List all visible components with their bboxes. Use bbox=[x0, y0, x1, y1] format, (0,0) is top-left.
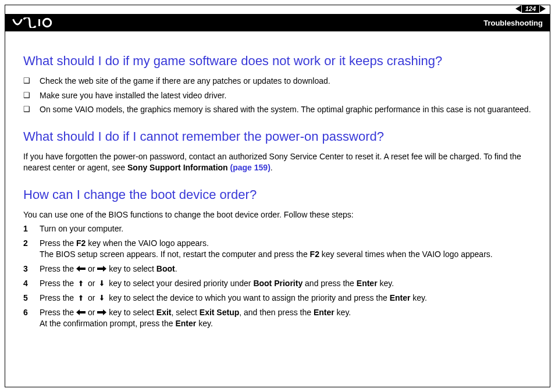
section-label: Troubleshooting bbox=[483, 19, 543, 27]
arrow-down-icon bbox=[97, 280, 106, 286]
text: key when the VAIO logo appears. bbox=[86, 238, 208, 248]
heading-power-on-password: What should I do if I cannot remember th… bbox=[23, 128, 532, 145]
text: . bbox=[271, 163, 273, 172]
text-bold: F2 bbox=[76, 238, 86, 248]
text-bold: Enter bbox=[357, 279, 378, 288]
text: Press the bbox=[40, 308, 76, 317]
text: , select bbox=[172, 308, 200, 317]
text: Press the bbox=[40, 279, 76, 288]
arrow-right-icon bbox=[97, 309, 106, 315]
text: At the confirmation prompt, press the bbox=[40, 319, 175, 328]
text: Press the bbox=[40, 264, 76, 273]
text-bold: Enter bbox=[390, 293, 411, 302]
arrow-left-icon bbox=[76, 266, 86, 272]
text-bold: Boot Priority bbox=[253, 279, 303, 288]
text: or bbox=[86, 279, 97, 288]
list-item: Press the F2 key when the VAIO logo appe… bbox=[23, 238, 532, 260]
paragraph-password: If you have forgotten the power-on passw… bbox=[23, 151, 532, 173]
bullet-list-game: Check the web site of the game if there … bbox=[23, 76, 532, 116]
text-bold: F2 bbox=[310, 250, 319, 259]
text-bold: Sony Support Information bbox=[127, 163, 228, 172]
list-item: On some VAIO models, the graphics memory… bbox=[23, 104, 532, 115]
list-item: Press the or key to select Boot. bbox=[23, 263, 532, 275]
page-link[interactable]: (page 159) bbox=[228, 163, 271, 172]
text-bold: Enter bbox=[175, 319, 196, 328]
list-item: Check the web site of the game if there … bbox=[23, 76, 532, 87]
text: key. bbox=[378, 279, 394, 288]
text: key to select your desired priority unde… bbox=[106, 279, 253, 288]
next-page-arrow-icon[interactable] bbox=[540, 5, 546, 12]
heading-boot-order: How can I change the boot device order? bbox=[23, 186, 532, 204]
svg-rect-0 bbox=[38, 19, 40, 26]
arrow-right-icon bbox=[97, 266, 106, 272]
text: and press the bbox=[303, 279, 357, 288]
arrow-up-icon bbox=[76, 280, 86, 286]
text: Press the bbox=[40, 238, 76, 248]
text: key. bbox=[410, 293, 427, 302]
text: key. bbox=[196, 319, 213, 328]
page-content: What should I do if my game software doe… bbox=[23, 38, 532, 380]
text-bold: Exit bbox=[156, 308, 172, 317]
text: . bbox=[175, 264, 177, 273]
page-navigation: 124 bbox=[515, 5, 546, 13]
header-bar: Troubleshooting bbox=[5, 14, 550, 31]
list-item: Turn on your computer. bbox=[23, 223, 532, 234]
text-bold: Exit Setup bbox=[200, 308, 239, 317]
arrow-down-icon bbox=[97, 295, 106, 301]
list-item: Press the or key to select your desired … bbox=[23, 278, 532, 289]
vaio-logo bbox=[12, 17, 65, 28]
numbered-steps: Turn on your computer. Press the F2 key … bbox=[23, 223, 532, 329]
list-item: Press the or key to select Exit, select … bbox=[23, 307, 532, 329]
list-item: Press the or key to select the device to… bbox=[23, 293, 532, 304]
text: or bbox=[86, 308, 97, 317]
arrow-up-icon bbox=[76, 295, 86, 301]
list-item: Make sure you have installed the latest … bbox=[23, 90, 532, 101]
text: Press the bbox=[40, 293, 76, 302]
text: key to select bbox=[106, 308, 156, 317]
svg-point-1 bbox=[43, 19, 51, 27]
text: The BIOS setup screen appears. If not, r… bbox=[40, 250, 310, 259]
page-number: 124 bbox=[522, 5, 539, 13]
text: or bbox=[86, 264, 97, 273]
text: key to select the device to which you wa… bbox=[106, 293, 389, 302]
text-bold: Enter bbox=[314, 308, 335, 317]
paragraph-boot-intro: You can use one of the BIOS functions to… bbox=[23, 209, 532, 220]
prev-page-arrow-icon[interactable] bbox=[515, 5, 521, 12]
arrow-left-icon bbox=[76, 309, 86, 315]
text: or bbox=[86, 293, 97, 302]
text-bold: Boot bbox=[156, 264, 175, 273]
heading-game-crashing: What should I do if my game software doe… bbox=[23, 52, 532, 70]
text: key to select bbox=[106, 264, 156, 273]
text: key. bbox=[335, 308, 351, 317]
text: , and then press the bbox=[239, 308, 314, 317]
text: key several times when the VAIO logo app… bbox=[319, 250, 493, 259]
text: Turn on your computer. bbox=[40, 224, 123, 233]
